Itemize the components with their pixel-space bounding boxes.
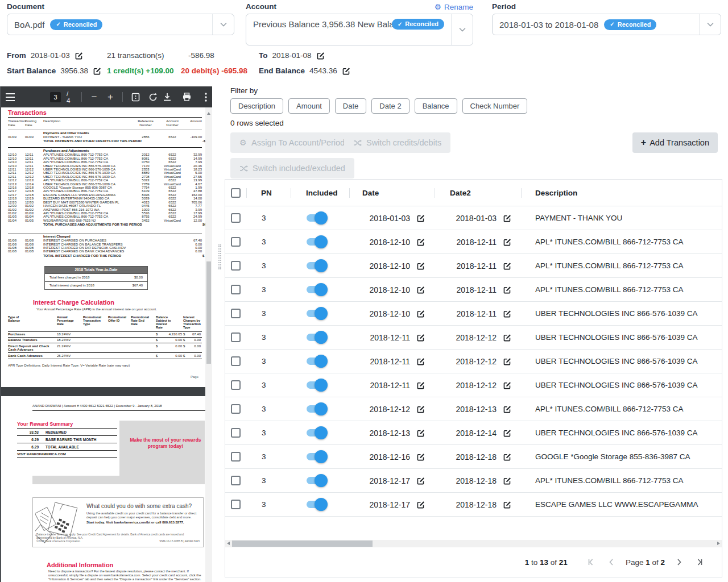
switch-credits-debits-button[interactable]: Switch credits/debits — [344, 132, 450, 153]
filter-chip-description[interactable]: Description — [230, 98, 283, 114]
pdf-scrollbar[interactable] — [205, 107, 212, 582]
edit-date-icon[interactable] — [416, 477, 425, 485]
row-checkbox[interactable] — [231, 380, 241, 390]
edit-date2-icon[interactable] — [503, 381, 511, 390]
edit-date2-icon[interactable] — [503, 262, 511, 271]
column-header-pn[interactable]: PN — [246, 180, 291, 206]
included-toggle[interactable] — [307, 477, 325, 484]
filter-chip-balance[interactable]: Balance — [415, 98, 457, 114]
horizontal-scrollbar-thumb[interactable] — [232, 541, 373, 547]
select-all-checkbox[interactable] — [231, 188, 241, 198]
edit-date-icon[interactable] — [416, 214, 425, 223]
first-page-button[interactable] — [585, 556, 597, 568]
row-checkbox[interactable] — [231, 213, 241, 223]
row-checkbox[interactable] — [231, 285, 241, 294]
edit-date-icon[interactable] — [416, 357, 425, 366]
included-toggle[interactable] — [307, 262, 325, 269]
edit-date-icon[interactable] — [416, 405, 425, 414]
edit-date-icon[interactable] — [416, 334, 425, 342]
pdf-scrollbar-thumb[interactable] — [206, 261, 211, 364]
pane-splitter[interactable] — [217, 86, 223, 582]
filter-chip-check-number[interactable]: Check Number — [462, 98, 528, 114]
row-checkbox[interactable] — [231, 261, 241, 271]
edit-date2-icon[interactable] — [503, 334, 511, 342]
included-toggle[interactable] — [307, 238, 325, 246]
row-checkbox[interactable] — [231, 500, 241, 509]
print-icon[interactable] — [179, 90, 194, 105]
edit-date2-icon[interactable] — [503, 429, 511, 438]
account-select[interactable]: Previous Balance 3,956.38 New Balance To… — [246, 14, 473, 45]
included-toggle[interactable] — [307, 453, 325, 460]
assign-to-account-period-button[interactable]: ⚙ Assign To Account/Period — [230, 132, 354, 153]
edit-date2-icon[interactable] — [503, 501, 511, 509]
switch-included-excluded-button[interactable]: Switch included/excluded — [230, 158, 354, 178]
edit-start-balance-icon[interactable] — [93, 67, 101, 76]
edit-date-icon[interactable] — [416, 238, 425, 247]
included-toggle[interactable] — [307, 357, 325, 365]
scroll-up-arrow-icon[interactable] — [207, 112, 210, 115]
included-toggle[interactable] — [307, 310, 325, 317]
last-page-button[interactable] — [693, 556, 706, 568]
included-toggle[interactable] — [307, 405, 325, 413]
sidebar-toggle-icon[interactable] — [6, 90, 15, 105]
edit-date2-icon[interactable] — [503, 238, 511, 247]
edit-date2-icon[interactable] — [503, 286, 511, 294]
rename-button[interactable]: ⚙Rename — [435, 2, 473, 11]
included-toggle[interactable] — [307, 501, 325, 508]
edit-date-icon[interactable] — [416, 310, 425, 318]
included-toggle[interactable] — [307, 334, 325, 341]
edit-date-icon[interactable] — [416, 286, 425, 294]
edit-date-icon[interactable] — [416, 381, 425, 390]
edit-to-icon[interactable] — [316, 52, 325, 60]
edit-date-icon[interactable] — [416, 453, 425, 462]
download-icon[interactable] — [160, 90, 175, 105]
edit-date-icon[interactable] — [416, 429, 425, 438]
edit-date2-icon[interactable] — [503, 477, 511, 485]
page-number-input[interactable]: 3 — [50, 92, 61, 102]
previous-page-button[interactable] — [605, 556, 618, 568]
zoom-in-icon[interactable]: + — [104, 92, 117, 103]
row-checkbox[interactable] — [231, 476, 241, 485]
filter-chip-amount[interactable]: Amount — [288, 98, 330, 114]
edit-date2-icon[interactable] — [503, 453, 511, 462]
row-checkbox[interactable] — [231, 428, 241, 438]
column-header-included[interactable]: Included — [291, 180, 349, 206]
column-header-date[interactable]: Date — [349, 180, 435, 206]
included-toggle[interactable] — [307, 214, 325, 222]
column-header-description[interactable]: Description — [521, 180, 722, 206]
horizontal-scrollbar[interactable] — [225, 540, 722, 547]
included-toggle[interactable] — [307, 429, 325, 436]
rotate-icon[interactable] — [146, 90, 160, 105]
edit-date2-icon[interactable] — [503, 310, 511, 318]
included-toggle[interactable] — [307, 286, 325, 293]
edit-from-icon[interactable] — [75, 52, 83, 60]
edit-date2-icon[interactable] — [503, 357, 511, 366]
column-header-date2[interactable]: Date2 — [435, 180, 521, 206]
row-checkbox[interactable] — [231, 237, 241, 247]
cell-date: 2018-12-11 — [370, 333, 410, 342]
edit-date2-icon[interactable] — [503, 214, 511, 223]
edit-end-balance-icon[interactable] — [342, 67, 350, 76]
row-checkbox[interactable] — [231, 309, 241, 318]
apr-col-header: Annual Percentage Rate — [57, 315, 83, 330]
period-select[interactable]: 2018-01-03 to 2018-01-08 ✓Reconciled — [492, 14, 721, 35]
scroll-left-arrow-icon[interactable] — [227, 542, 230, 545]
document-select[interactable]: BoA.pdf ✓Reconciled — [7, 14, 234, 35]
zoom-out-icon[interactable]: − — [88, 92, 101, 103]
more-options-icon[interactable] — [198, 90, 213, 105]
row-checkbox[interactable] — [231, 332, 241, 342]
cell-date: 2018-12-10 — [369, 261, 410, 271]
row-checkbox[interactable] — [231, 452, 241, 462]
edit-date-icon[interactable] — [416, 262, 425, 271]
next-page-button[interactable] — [673, 556, 685, 568]
row-checkbox[interactable] — [231, 404, 241, 414]
filter-chip-date[interactable]: Date — [335, 98, 366, 114]
scroll-right-arrow-icon[interactable] — [717, 542, 720, 545]
edit-date-icon[interactable] — [416, 501, 425, 509]
edit-date2-icon[interactable] — [503, 405, 511, 414]
add-transaction-button[interactable]: + Add Transaction — [632, 132, 718, 153]
row-checkbox[interactable] — [231, 356, 241, 366]
fit-page-icon[interactable] — [129, 90, 143, 105]
included-toggle[interactable] — [307, 381, 325, 389]
filter-chip-date-2[interactable]: Date 2 — [371, 98, 409, 114]
